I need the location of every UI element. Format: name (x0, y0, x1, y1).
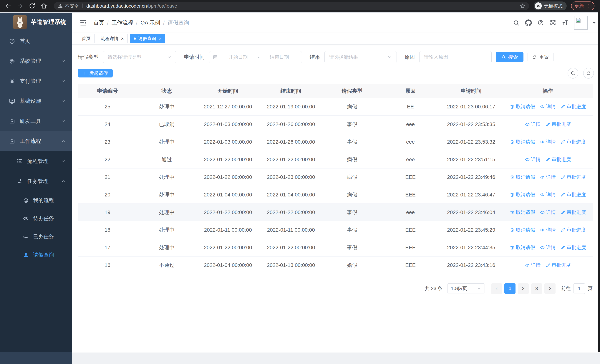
font-size-icon[interactable] (562, 19, 569, 26)
breadcrumb-item[interactable]: OA 示例 (141, 19, 160, 27)
detail-action-link[interactable]: 详情 (540, 244, 556, 251)
bookmark-star-icon[interactable] (520, 3, 526, 9)
cell-reason: eee (382, 133, 439, 151)
sidebar-item-infrastructure[interactable]: 基础设施 (0, 91, 72, 111)
reason-input[interactable] (419, 51, 492, 63)
filter-form: 请假类型 请选择请假类型 申请时间 开始日期 - 结束日期 (78, 51, 600, 63)
progress-action-link[interactable]: 审批进度 (561, 227, 586, 233)
progress-action-link[interactable]: 审批进度 (561, 139, 586, 145)
yen-icon (9, 78, 15, 84)
sidebar-item-label: 基础设施 (20, 97, 61, 105)
eye-icon (23, 216, 29, 222)
sidebar-item-home[interactable]: 首页 (0, 31, 72, 51)
result-select[interactable]: 请选择流结果 (324, 51, 397, 63)
briefcase-icon (9, 118, 15, 124)
refresh-table-button[interactable] (583, 68, 594, 79)
progress-action-link[interactable]: 审批进度 (561, 244, 586, 251)
browser-home-button[interactable] (40, 2, 47, 9)
cancel-action-link[interactable]: 取消请假 (510, 191, 535, 198)
select-placeholder: 请选择请假类型 (108, 54, 141, 60)
pager: ‹ 1 2 3 › (489, 283, 555, 294)
reset-button[interactable]: 重置 (527, 52, 553, 62)
browser-forward-button[interactable] (17, 2, 24, 9)
cell-status: 通过 (137, 151, 197, 168)
fullscreen-icon[interactable] (550, 19, 556, 26)
progress-action-link[interactable]: 审批进度 (545, 262, 571, 268)
caret-down-icon[interactable] (592, 20, 597, 25)
detail-action-link[interactable]: 详情 (540, 209, 556, 215)
sidebar-item-devtools[interactable]: 研发工具 (0, 111, 72, 131)
page-button-2[interactable]: 2 (518, 283, 529, 294)
cancel-action-link[interactable]: 取消请假 (510, 103, 535, 110)
progress-action-link[interactable]: 审批进度 (561, 209, 586, 215)
detail-action-link[interactable]: 详情 (540, 139, 556, 145)
breadcrumb-item[interactable]: 工作流程 (112, 19, 133, 27)
col-header-end: 结束时间 (259, 84, 322, 98)
prev-page-button[interactable]: ‹ (491, 283, 502, 294)
cancel-action-link[interactable]: 取消请假 (510, 174, 535, 180)
reset-label: 重置 (539, 54, 549, 60)
page-button-3[interactable]: 3 (531, 283, 542, 294)
progress-action-link[interactable]: 审批进度 (561, 103, 586, 110)
leave-type-select[interactable]: 请选择请假类型 (103, 51, 176, 63)
search-icon[interactable] (513, 19, 520, 26)
refresh-icon (586, 71, 591, 76)
browser-scrollbar[interactable] (598, 12, 600, 352)
github-icon[interactable] (525, 19, 532, 26)
cancel-action-link[interactable]: 取消请假 (510, 209, 535, 215)
detail-action-link[interactable]: 详情 (540, 227, 556, 233)
browser-back-button[interactable] (5, 2, 12, 9)
progress-action-link[interactable]: 审批进度 (561, 191, 586, 198)
cancel-action-link[interactable]: 取消请假 (510, 227, 535, 233)
page-button-1[interactable]: 1 (504, 283, 516, 294)
cell-actions: 详情审批进度 (503, 115, 593, 133)
detail-action-link[interactable]: 详情 (540, 103, 556, 110)
detail-action-link[interactable]: 详情 (525, 121, 541, 128)
sidebar-item-task-management[interactable]: 任务管理 (0, 171, 72, 191)
toggle-search-button[interactable] (568, 68, 578, 79)
user-avatar[interactable] (574, 16, 588, 30)
detail-action-link[interactable]: 详情 (525, 262, 541, 268)
cancel-action-link[interactable]: 取消请假 (510, 244, 535, 251)
chrome-update-button[interactable]: 更新 (571, 1, 594, 10)
tab-leave-query[interactable]: 请假查询 × (130, 34, 165, 43)
sidebar-collapse-icon[interactable] (79, 19, 87, 27)
search-button[interactable]: 搜索 (496, 52, 524, 62)
briefcase-icon (9, 138, 15, 144)
next-page-button[interactable]: › (544, 283, 555, 294)
sidebar-item-system[interactable]: 系统管理 (0, 51, 72, 71)
help-icon[interactable] (537, 19, 544, 26)
address-bar[interactable]: 不安全 dashboard.yudao.iocoder.cn/bpm/oa/le… (54, 2, 529, 10)
tab-process-detail[interactable]: 流程详情 × (97, 34, 128, 43)
sidebar-item-my-process[interactable]: 我的流程 (0, 191, 72, 209)
tab-home[interactable]: 首页 (78, 34, 94, 43)
sidebar-item-leave-query[interactable]: 请假查询 (0, 246, 72, 264)
close-icon[interactable]: × (159, 36, 161, 41)
progress-action-link[interactable]: 审批进度 (561, 174, 586, 180)
cancel-action-link[interactable]: 取消请假 (510, 139, 535, 145)
table-row: 20处理中2022-01-04 00:00:002022-01-04 00:00… (78, 186, 593, 204)
sidebar-item-process-management[interactable]: 流程管理 (0, 151, 72, 171)
sidebar-item-done-tasks[interactable]: 已办任务 (0, 228, 72, 246)
date-range-picker[interactable]: 开始日期 - 结束日期 (209, 51, 302, 63)
sidebar-item-workflow[interactable]: 工作流程 (0, 131, 72, 151)
goto-page-input[interactable] (573, 283, 585, 294)
cell-start: 2022-01-22 00:00:00 (197, 204, 259, 221)
detail-action-link[interactable]: 详情 (540, 174, 556, 180)
edit-icon (545, 157, 550, 162)
security-label[interactable]: 不安全 (65, 3, 79, 9)
detail-action-link[interactable]: 详情 (540, 191, 556, 198)
breadcrumb-item[interactable]: 首页 (94, 19, 104, 27)
browser-reload-button[interactable] (28, 2, 36, 9)
kebab-menu-icon[interactable] (587, 4, 591, 8)
sidebar-item-todo-tasks[interactable]: 待办任务 (0, 209, 72, 228)
create-leave-button[interactable]: 发起请假 (78, 69, 113, 77)
detail-action-link[interactable]: 详情 (525, 156, 541, 163)
progress-action-link[interactable]: 审批进度 (545, 121, 571, 128)
tab-label: 请假查询 (138, 36, 156, 42)
page-size-select[interactable]: 10条/页 (447, 283, 485, 294)
sidebar-item-payment[interactable]: 支付管理 (0, 71, 72, 91)
progress-action-link[interactable]: 审批进度 (545, 156, 571, 163)
close-icon[interactable]: × (121, 36, 124, 41)
table-row: 19处理中2022-01-22 00:00:002022-01-22 00:00… (78, 204, 593, 221)
